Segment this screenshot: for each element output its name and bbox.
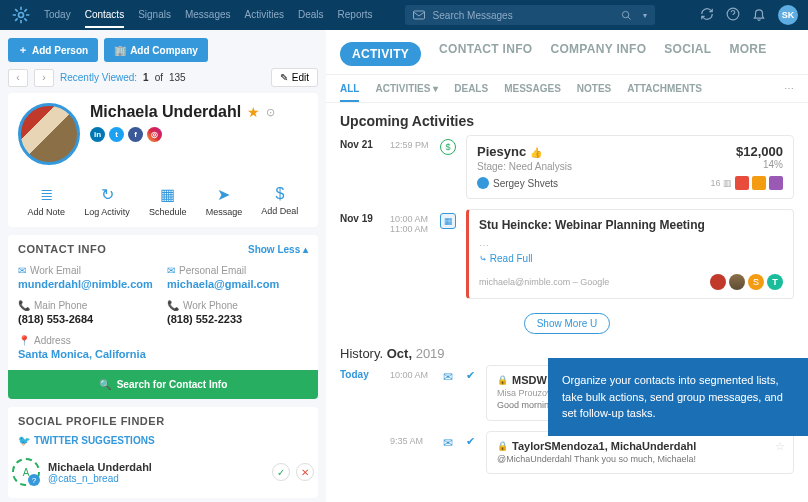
twitter-icon[interactable]: t bbox=[109, 127, 124, 142]
refresh-icon[interactable] bbox=[700, 7, 714, 23]
event-card[interactable]: Stu Heincke: Webinar Planning Meeting ⋯ … bbox=[466, 209, 794, 299]
work-phone-value[interactable]: (818) 552-2233 bbox=[167, 313, 308, 325]
deal-people[interactable]: 16 ▥ bbox=[710, 176, 783, 190]
user-avatar[interactable]: SK bbox=[778, 5, 798, 25]
subtab-activities[interactable]: ACTIVITIES ▾ bbox=[375, 83, 438, 102]
instagram-icon[interactable]: ◎ bbox=[147, 127, 162, 142]
help-icon[interactable] bbox=[726, 7, 740, 23]
owner-avatar bbox=[477, 177, 489, 189]
event-date: Nov 19 bbox=[340, 209, 382, 299]
star-icon[interactable]: ☆ bbox=[775, 440, 785, 453]
suggestion-name: Michaela Underdahl bbox=[48, 461, 152, 473]
linkedin-icon[interactable]: in bbox=[90, 127, 105, 142]
search-caret-icon[interactable]: ▾ bbox=[643, 11, 647, 20]
pager-row: ‹ › Recently Viewed: 1 of 135 ✎ Edit bbox=[8, 68, 318, 87]
subtab-deals[interactable]: DEALS bbox=[454, 83, 488, 102]
nav-signals[interactable]: Signals bbox=[138, 9, 171, 22]
quick-actions: ≣Add Note ↻Log Activity ▦Schedule ➤Messa… bbox=[18, 177, 308, 217]
profile-picture[interactable] bbox=[18, 103, 80, 165]
tab-social[interactable]: SOCIAL bbox=[664, 42, 711, 66]
deal-time: 12:59 PM bbox=[390, 135, 430, 199]
add-company-button[interactable]: 🏢 Add Company bbox=[104, 38, 208, 62]
note-icon: ≣ bbox=[40, 185, 53, 204]
subtab-notes[interactable]: NOTES bbox=[577, 83, 611, 102]
message-card[interactable]: ☆ 🔒TaylorSMendoza1, MichaUnderdahl @Mich… bbox=[486, 431, 794, 475]
main-phone: 📞Main Phone (818) 553-2684 bbox=[18, 300, 159, 325]
search-contact-info-button[interactable]: 🔍 Search for Contact Info bbox=[8, 370, 318, 399]
attendee-avatar: S bbox=[748, 274, 764, 290]
msg1-date: Today bbox=[340, 365, 382, 421]
subtab-overflow-icon[interactable]: ⋯ bbox=[784, 83, 794, 102]
profile-card: Michaela Underdahl ★ ⊙ in t f ◎ ≣Add Not… bbox=[8, 93, 318, 227]
phone-icon: 📞 bbox=[167, 300, 179, 311]
pin-icon: 📍 bbox=[18, 335, 30, 346]
contact-info-card: CONTACT INFO Show Less ▴ ✉Work Email mun… bbox=[8, 235, 318, 399]
upcoming-activities-title: Upcoming Activities bbox=[326, 103, 808, 135]
svg-rect-1 bbox=[413, 11, 424, 19]
mail-icon: ✉ bbox=[440, 369, 456, 385]
svg-point-2 bbox=[622, 11, 628, 17]
contact-menu-icon[interactable]: ⊙ bbox=[266, 106, 275, 119]
subtab-all[interactable]: ALL bbox=[340, 83, 359, 102]
event-attendees[interactable]: S T bbox=[710, 274, 783, 290]
facebook-icon[interactable]: f bbox=[128, 127, 143, 142]
nav-contacts[interactable]: Contacts bbox=[85, 9, 124, 28]
subtab-attachments[interactable]: ATTACHMENTS bbox=[627, 83, 702, 102]
nav-deals[interactable]: Deals bbox=[298, 9, 324, 22]
tab-contact-info[interactable]: CONTACT INFO bbox=[439, 42, 532, 66]
thumb-icon[interactable]: 👍 bbox=[530, 147, 542, 158]
send-icon: ➤ bbox=[217, 185, 230, 204]
suggestion-handle[interactable]: @cats_n_bread bbox=[48, 473, 152, 484]
log-activity-action[interactable]: ↻Log Activity bbox=[84, 185, 130, 217]
search-input[interactable] bbox=[433, 10, 613, 21]
reject-suggestion-button[interactable]: ✕ bbox=[296, 463, 314, 481]
msg2-preview: @MichaUnderdahl Thank you so much, Micha… bbox=[497, 454, 783, 466]
edit-button[interactable]: ✎ Edit bbox=[271, 68, 318, 87]
add-note-action[interactable]: ≣Add Note bbox=[28, 185, 66, 217]
pager-pos: 1 bbox=[143, 72, 149, 83]
pager-prev[interactable]: ‹ bbox=[8, 69, 28, 87]
main-phone-value[interactable]: (818) 553-2684 bbox=[18, 313, 159, 325]
app-logo[interactable] bbox=[10, 4, 32, 26]
work-email-value[interactable]: munderdahl@nimble.com bbox=[18, 278, 159, 290]
show-more-button[interactable]: Show More U bbox=[524, 313, 611, 334]
nav-today[interactable]: Today bbox=[44, 9, 71, 22]
tab-company-info[interactable]: COMPANY INFO bbox=[550, 42, 646, 66]
personal-email-value[interactable]: michaela@gmail.com bbox=[167, 278, 308, 290]
timeline-row-event: Nov 19 10:00 AM11:00 AM ▦ Stu Heincke: W… bbox=[340, 209, 794, 299]
mail-icon: ✉ bbox=[167, 265, 175, 276]
subtab-messages[interactable]: MESSAGES bbox=[504, 83, 561, 102]
search-bar[interactable]: ▾ bbox=[405, 5, 655, 25]
lock-icon: 🔒 bbox=[497, 375, 508, 385]
show-less-toggle[interactable]: Show Less ▴ bbox=[248, 244, 308, 255]
deal-percent: 14% bbox=[736, 159, 783, 170]
deal-amount: $12,000 bbox=[736, 144, 783, 159]
nav-reports[interactable]: Reports bbox=[338, 9, 373, 22]
add-deal-action[interactable]: $Add Deal bbox=[261, 185, 298, 217]
tab-more[interactable]: MORE bbox=[729, 42, 766, 66]
calendar-icon: ▦ bbox=[160, 185, 175, 204]
schedule-action[interactable]: ▦Schedule bbox=[149, 185, 187, 217]
deal-card[interactable]: Piesync 👍 Stage: Need Analysis $12,000 1… bbox=[466, 135, 794, 199]
work-email: ✉Work Email munderdahl@nimble.com bbox=[18, 265, 159, 290]
message-action[interactable]: ➤Message bbox=[206, 185, 243, 217]
suggestion-avatar[interactable]: A bbox=[12, 458, 40, 486]
search-icon[interactable] bbox=[621, 10, 632, 21]
twitter-suggestions-label[interactable]: 🐦TWITTER SUGGESTIONS bbox=[18, 435, 308, 446]
address-value[interactable]: Santa Monica, California bbox=[18, 348, 308, 360]
tab-activity[interactable]: ACTIVITY bbox=[340, 42, 421, 66]
pager-next[interactable]: › bbox=[34, 69, 54, 87]
star-icon[interactable]: ★ bbox=[247, 104, 260, 120]
recently-viewed-label[interactable]: Recently Viewed: bbox=[60, 72, 137, 83]
nav-activities[interactable]: Activities bbox=[245, 9, 284, 22]
primary-tabs: ACTIVITY CONTACT INFO COMPANY INFO SOCIA… bbox=[326, 30, 808, 75]
accept-suggestion-button[interactable]: ✓ bbox=[272, 463, 290, 481]
personal-email: ✉Personal Email michaela@gmail.com bbox=[167, 265, 308, 290]
mail-icon bbox=[413, 10, 425, 20]
dollar-icon: $ bbox=[275, 185, 284, 203]
bell-icon[interactable] bbox=[752, 7, 766, 23]
read-full-link[interactable]: ⤷ Read Full bbox=[479, 253, 783, 264]
add-person-button[interactable]: ＋ Add Person bbox=[8, 38, 98, 62]
top-nav: Today Contacts Signals Messages Activiti… bbox=[44, 9, 373, 22]
nav-messages[interactable]: Messages bbox=[185, 9, 231, 22]
